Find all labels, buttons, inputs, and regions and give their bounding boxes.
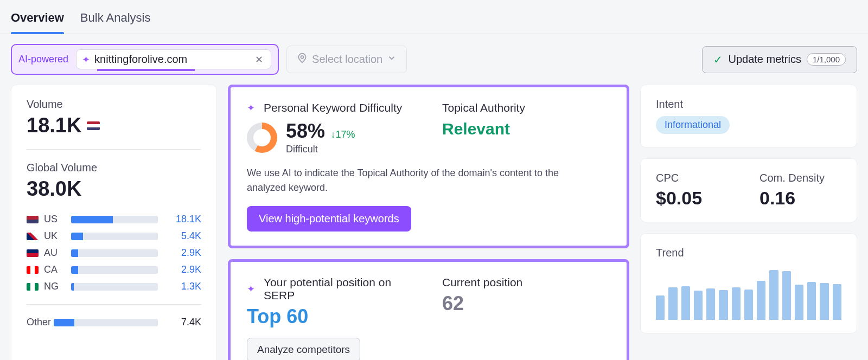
trend-bar <box>757 281 765 320</box>
pkd-title: ✦ Personal Keyword Difficulty <box>247 101 415 114</box>
trend-bar <box>833 284 841 320</box>
country-code: US <box>44 214 66 225</box>
country-row[interactable]: NG 1.3K <box>27 281 201 292</box>
cpc-card: CPC $0.05 Com. Density 0.16 <box>640 158 857 222</box>
country-volume: 18.1K <box>163 214 201 225</box>
topical-authority-value: Relevant <box>442 120 610 138</box>
chevron-down-icon <box>387 53 397 66</box>
country-row[interactable]: US 18.1K <box>27 214 201 225</box>
volume-bar <box>71 249 158 257</box>
analyze-competitors-button[interactable]: Analyze competitors <box>247 338 360 360</box>
serp-current-label: Current position <box>442 276 610 289</box>
divider <box>27 304 201 305</box>
serp-potential-value: Top 60 <box>247 305 415 328</box>
us-flag-icon <box>87 121 100 130</box>
check-icon: ✓ <box>713 53 723 66</box>
country-row[interactable]: AU 2.9K <box>27 247 201 259</box>
pkd-percent: 58% <box>286 120 325 142</box>
serp-potential-label: ✦ Your potential position on SERP <box>247 276 415 302</box>
serp-current-value: 62 <box>442 292 610 315</box>
country-code: UK <box>44 230 66 242</box>
right-column: Intent Informational CPC $0.05 Com. Dens… <box>640 85 857 360</box>
country-volume: 2.9K <box>163 247 201 259</box>
volume-bar <box>71 216 158 223</box>
intent-label: Intent <box>656 98 841 111</box>
flag-icon <box>27 249 39 257</box>
country-row[interactable]: UK 5.4K <box>27 230 201 242</box>
com-density-label: Com. Density <box>760 172 841 184</box>
cpc-label: CPC <box>656 172 738 184</box>
ai-powered-label: AI-powered <box>18 54 71 65</box>
trend-bar <box>719 290 727 320</box>
trend-bar <box>694 291 703 320</box>
sparkle-icon: ✦ <box>82 54 90 66</box>
trend-bar <box>820 283 828 320</box>
trend-card: Trend <box>640 233 857 333</box>
pkd-level: Difficult <box>286 144 355 155</box>
location-select[interactable]: Select location <box>286 46 407 73</box>
update-counter: 1/1,000 <box>807 53 846 66</box>
trend-bar <box>668 287 677 320</box>
tabs-bar: Overview Bulk Analysis <box>0 0 868 34</box>
trend-bar <box>744 290 753 320</box>
pkd-delta: ↓17% <box>331 129 355 140</box>
volume-bar <box>54 319 158 326</box>
flag-icon <box>27 216 39 223</box>
pkd-note: We use AI to indicate the Topical Author… <box>247 166 594 195</box>
trend-bar <box>795 285 803 320</box>
trend-bar <box>656 295 665 320</box>
volume-bar <box>71 266 158 274</box>
country-volume: 1.3K <box>163 281 201 292</box>
middle-column: ✦ Personal Keyword Difficulty 58% ↓17% D… <box>228 85 629 360</box>
volume-bar <box>71 283 158 291</box>
trend-bar <box>782 271 791 320</box>
sparkle-icon: ✦ <box>247 283 255 295</box>
country-volume: 2.9K <box>163 264 201 275</box>
location-placeholder: Select location <box>312 53 382 66</box>
country-code: AU <box>44 247 66 259</box>
domain-input[interactable] <box>94 53 253 66</box>
country-code: CA <box>44 264 66 275</box>
country-volume: 7.4K <box>163 317 201 328</box>
trend-bar <box>706 288 715 320</box>
main-grid: Volume 18.1K Global Volume 38.0K US 18.1… <box>0 85 868 360</box>
volume-card: Volume 18.1K Global Volume 38.0K US 18.1… <box>11 85 217 360</box>
global-volume-label: Global Volume <box>27 162 201 174</box>
tab-bulk-analysis[interactable]: Bulk Analysis <box>80 11 151 34</box>
trend-chart <box>656 266 841 320</box>
cpc-value: $0.05 <box>656 188 738 209</box>
trend-bar <box>807 282 816 320</box>
svg-point-0 <box>301 56 304 59</box>
input-underline <box>97 69 195 71</box>
pkd-donut <box>247 123 277 153</box>
toolbar: AI-powered ✦ ✕ Select location ✓ Update … <box>0 34 868 85</box>
com-density-value: 0.16 <box>760 188 841 209</box>
volume-label: Volume <box>27 98 201 111</box>
view-keywords-button[interactable]: View high-potential keywords <box>247 206 411 232</box>
domain-input-wrap[interactable]: ✦ ✕ <box>76 49 271 69</box>
serp-card: ✦ Your potential position on SERP Top 60… <box>228 259 629 360</box>
clear-icon[interactable]: ✕ <box>253 54 265 66</box>
divider <box>27 149 201 150</box>
update-metrics-label: Update metrics <box>728 53 801 66</box>
flag-icon <box>27 266 39 274</box>
trend-bar <box>769 270 778 320</box>
update-metrics-button[interactable]: ✓ Update metrics 1/1,000 <box>702 46 857 73</box>
pkd-card: ✦ Personal Keyword Difficulty 58% ↓17% D… <box>228 85 629 248</box>
country-row[interactable]: CA 2.9K <box>27 264 201 275</box>
volume-bar <box>71 233 158 240</box>
tab-overview[interactable]: Overview <box>11 11 64 34</box>
country-row-other: Other 7.4K <box>27 317 201 328</box>
flag-icon <box>27 233 39 240</box>
intent-card: Intent Informational <box>640 85 857 147</box>
trend-label: Trend <box>656 247 841 259</box>
trend-bar <box>732 287 741 320</box>
sparkle-icon: ✦ <box>247 102 255 114</box>
country-volume: 5.4K <box>163 230 201 242</box>
trend-bar <box>681 286 690 320</box>
global-volume-value: 38.0K <box>27 177 201 201</box>
flag-icon <box>27 283 39 291</box>
volume-value: 18.1K <box>27 114 201 137</box>
ai-powered-box: AI-powered ✦ ✕ <box>11 44 279 75</box>
country-code: NG <box>44 281 66 292</box>
